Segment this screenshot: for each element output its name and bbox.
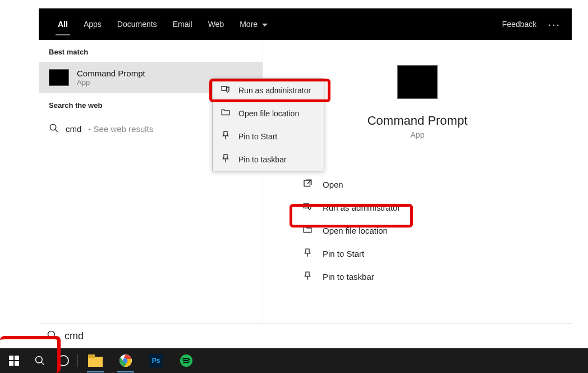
taskbar-app-photoshop[interactable]: Ps [144,351,168,371]
svg-rect-13 [9,361,13,366]
ctx-pin-to-start[interactable]: Pin to Start [213,125,324,148]
svg-rect-14 [15,361,19,366]
start-button[interactable] [0,348,28,373]
detail-subtitle: App [411,130,425,139]
svg-rect-18 [88,354,95,358]
svg-rect-2 [304,180,310,186]
taskbar-app-file-explorer[interactable] [84,351,107,371]
result-title: Command Prompt [77,69,145,78]
ctx-label: Run as administrator [238,86,311,95]
taskbar-divider [77,354,78,367]
search-input[interactable] [65,330,564,342]
svg-text:Ps: Ps [152,357,160,365]
action-pin-to-taskbar[interactable]: Pin to taskbar [302,265,572,288]
action-label: Run as administrator [323,203,400,212]
ctx-run-as-administrator[interactable]: Run as administrator [213,79,324,102]
svg-line-10 [54,336,57,339]
action-open[interactable]: Open [302,173,572,196]
svg-point-15 [36,357,43,363]
more-options-icon[interactable]: ··· [548,18,561,31]
action-pin-to-start[interactable]: Pin to Start [302,242,572,265]
result-subtitle: App [77,78,145,87]
svg-line-16 [42,362,44,365]
ctx-pin-to-taskbar[interactable]: Pin to taskbar [213,148,324,171]
command-prompt-thumbnail-icon [49,69,69,86]
tab-all[interactable]: All [50,14,76,34]
shield-admin-icon [220,84,231,96]
search-filter-tabs: All Apps Documents Email Web More Feedba… [39,8,572,40]
ctx-label: Pin to Start [238,132,277,141]
tab-web[interactable]: Web [200,14,232,34]
tab-email[interactable]: Email [165,14,200,34]
ctx-open-file-location[interactable]: Open file location [213,102,324,125]
ctx-label: Open file location [238,109,299,118]
web-query-text: cmd [66,124,81,134]
taskbar-app-spotify[interactable] [174,351,198,371]
search-bar [39,324,572,348]
svg-rect-11 [9,356,13,360]
folder-open-icon [220,107,231,119]
tab-documents[interactable]: Documents [109,14,165,34]
web-hint-text: - See web results [88,124,153,134]
pin-taskbar-icon [220,153,231,165]
tab-more[interactable]: More [232,14,275,34]
pin-taskbar-icon [302,271,313,283]
pin-start-icon [220,130,231,142]
svg-rect-12 [15,356,19,360]
svg-line-1 [55,129,58,132]
action-label: Pin to Start [323,249,364,258]
action-label: Pin to taskbar [323,272,374,281]
search-icon [47,330,58,343]
context-menu: Run as administrator Open file location … [212,78,324,171]
ctx-label: Pin to taskbar [238,155,287,164]
action-open-file-location[interactable]: Open file location [302,219,572,242]
taskbar: Ps [0,348,588,373]
chevron-down-icon [262,20,268,29]
action-label: Open file location [323,226,388,235]
best-match-header: Best match [39,40,263,62]
detail-thumbnail-icon [397,65,438,99]
svg-point-9 [48,331,55,338]
folder-open-icon [302,225,313,236]
detail-title: Command Prompt [368,113,468,128]
search-icon [49,123,59,135]
taskbar-search-button[interactable] [28,351,52,371]
open-icon [302,179,313,190]
taskbar-app-chrome[interactable] [114,351,137,371]
tab-apps[interactable]: Apps [76,14,109,34]
svg-point-0 [50,124,56,130]
pin-start-icon [302,248,313,260]
cortana-icon [58,355,69,366]
shield-admin-icon [302,202,313,213]
tab-more-label: More [240,20,258,29]
detail-actions-list: Open Run as administrator Open file loca… [263,162,572,288]
cortana-button[interactable] [52,351,75,371]
action-run-as-administrator[interactable]: Run as administrator [302,196,572,219]
action-label: Open [323,180,343,189]
feedback-link[interactable]: Feedback [502,20,536,29]
svg-rect-17 [88,357,103,367]
